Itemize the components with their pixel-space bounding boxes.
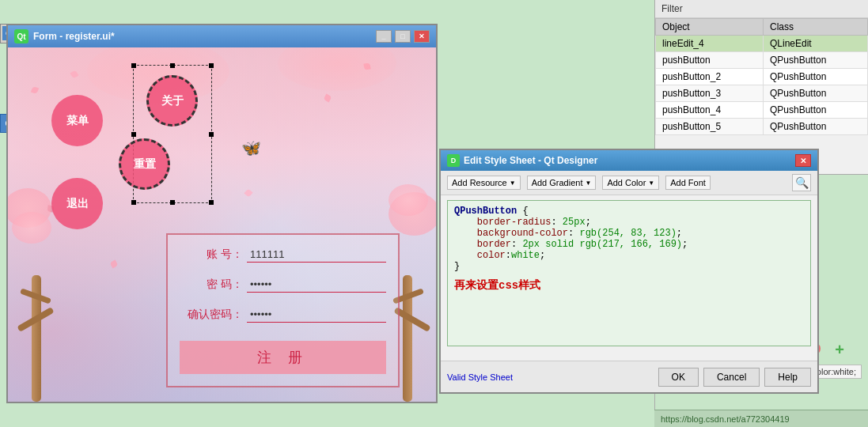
handle-bm (170, 200, 175, 205)
add-resource-arrow: ▼ (510, 179, 516, 187)
css-val-1: 25px (563, 217, 586, 228)
dialog-close-button[interactable]: ✕ (795, 154, 811, 167)
titlebar-buttons: _ □ ✕ (376, 30, 430, 43)
account-row: 账 号： (180, 247, 386, 263)
website-bar: https://blog.csdn.net/a772304419 (654, 410, 868, 427)
object-cell: pushButton_3 (656, 85, 764, 102)
css-line-2: background-color: rgb(254, 83, 123); (454, 228, 804, 239)
handle-mr (209, 132, 214, 137)
class-cell: QPushButton (763, 69, 867, 85)
table-row[interactable]: pushButton_2QPushButton (656, 69, 868, 85)
css-semi-4: ; (540, 250, 545, 261)
handle-tl (131, 63, 136, 68)
table-row[interactable]: lineEdit_4QLineEdit (656, 36, 868, 52)
class-cell: QPushButton (763, 119, 867, 135)
menu-button[interactable]: 菜单 (51, 95, 103, 146)
handle-br (209, 200, 214, 205)
password-label: 密 码： (180, 278, 243, 292)
exit-button[interactable]: 退出 (51, 178, 103, 229)
petal-3 (324, 94, 332, 103)
form-window: Qt Form - register.ui* _ □ ✕ 🦋 (6, 24, 438, 403)
reset-button[interactable]: 重置 (119, 138, 170, 190)
butterfly-icon: 🦋 (241, 138, 261, 157)
add-font-label: Add Font (670, 178, 706, 187)
handle-ml (131, 132, 136, 137)
css-semi-2: ; (677, 228, 682, 239)
petal-1 (31, 86, 39, 94)
css-editor[interactable]: QPushButton { border-radius: 25px; backg… (447, 200, 811, 346)
class-col-header: Class (763, 19, 867, 36)
website-url: https://blog.csdn.net/a772304419 (661, 414, 790, 424)
css-val-4: white (511, 250, 540, 261)
dialog-footer: Valid Style Sheet OK Cancel Help (441, 361, 817, 392)
registration-form: 账 号： 密 码： 确认密码： 注 册 (166, 233, 400, 387)
css-line-4: color:white; (454, 250, 804, 261)
handle-bl (131, 200, 136, 205)
table-row[interactable]: pushButton_5QPushButton (656, 119, 868, 135)
css-colon-2: : (568, 228, 579, 239)
css-colon-4: : (506, 250, 511, 261)
object-cell: pushButton_2 (656, 69, 764, 85)
plus-icon[interactable]: + (835, 341, 844, 359)
petal-7 (110, 260, 119, 269)
add-color-label: Add Color (607, 178, 646, 187)
cancel-button[interactable]: Cancel (703, 368, 760, 387)
dialog-titlebar: D Edit Style Sheet - Qt Designer ✕ (441, 150, 817, 171)
class-cell: QPushButton (763, 85, 867, 102)
css-selector: QPushButton (454, 206, 517, 217)
qt-logo: Qt (14, 29, 28, 43)
object-cell: lineEdit_4 (656, 36, 764, 52)
help-button[interactable]: Help (764, 368, 811, 387)
ok-button[interactable]: OK (658, 368, 699, 387)
minimize-button[interactable]: _ (376, 30, 392, 43)
close-button[interactable]: ✕ (414, 30, 430, 43)
search-button[interactable]: 🔍 (792, 174, 811, 191)
css-semi-1: ; (586, 217, 591, 228)
add-font-btn[interactable]: Add Font (665, 176, 711, 190)
filter-label: Filter (661, 3, 683, 14)
css-close-brace: } (454, 261, 804, 272)
object-table: Object Class lineEdit_4QLineEditpushButt… (655, 18, 868, 135)
table-row[interactable]: pushButton_3QPushButton (656, 85, 868, 102)
table-row[interactable]: pushButton_4QPushButton (656, 102, 868, 119)
style-dialog: D Edit Style Sheet - Qt Designer ✕ Add R… (439, 149, 819, 394)
submit-button[interactable]: 注 册 (180, 341, 386, 374)
password-row: 密 码： (180, 277, 386, 293)
css-colon-1: : (551, 217, 562, 228)
object-cell: pushButton_5 (656, 119, 764, 135)
css-prop-2: background-color (454, 228, 568, 239)
dialog-toolbar: Add Resource ▼ Add Gradient ▼ Add Color … (441, 171, 817, 195)
css-prop-3: border (454, 239, 511, 250)
css-selector-line: QPushButton { (454, 206, 804, 217)
css-line-1: border-radius: 25px; (454, 217, 804, 228)
css-semi-3: ; (682, 239, 688, 250)
maximize-button[interactable]: □ (395, 30, 411, 43)
add-gradient-btn[interactable]: Add Gradient ▼ (527, 176, 597, 190)
class-cell: QPushButton (763, 102, 867, 119)
add-color-btn[interactable]: Add Color ▼ (602, 176, 659, 190)
d-logo: D (447, 154, 460, 167)
valid-label: Valid Style Sheet (447, 372, 654, 382)
account-input[interactable] (247, 247, 386, 263)
css-val-3: 2px solid rgb(217, 166, 169) (522, 239, 682, 250)
password-input[interactable] (247, 277, 386, 293)
css-prop-4: color (454, 250, 506, 261)
table-row[interactable]: pushButtonQPushButton (656, 52, 868, 69)
petal-2 (70, 70, 79, 79)
object-cell: pushButton_4 (656, 102, 764, 119)
css-prop-1: border-radius (454, 217, 551, 228)
confirm-row: 确认密码： (180, 307, 386, 323)
css-comment: 再来设置css样式 (454, 278, 804, 293)
confirm-input[interactable] (247, 307, 386, 323)
add-resource-label: Add Resource (452, 178, 507, 187)
handle-tm (170, 63, 175, 68)
about-button[interactable]: 关于 (146, 75, 198, 127)
form-titlebar: Qt Form - register.ui* _ □ ✕ (8, 25, 436, 47)
add-resource-btn[interactable]: Add Resource ▼ (447, 176, 521, 190)
class-cell: QLineEdit (763, 36, 867, 52)
object-col-header: Object (656, 19, 764, 36)
account-label: 账 号： (180, 248, 243, 262)
add-color-arrow: ▼ (648, 179, 654, 187)
css-brace-open: { (522, 206, 528, 217)
form-content: 🦋 (8, 47, 436, 402)
